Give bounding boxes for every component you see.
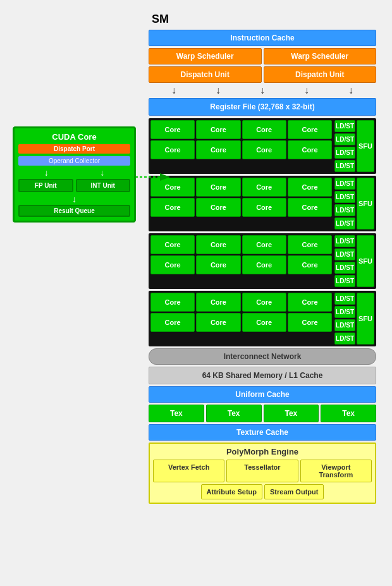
- ldst-col-3: LD/ST LD/ST LD/ST LD/ST: [334, 235, 355, 287]
- arrow-down-left: ↓: [44, 168, 49, 178]
- core-section-2: Core Core Core Core Core Core Core Core …: [149, 176, 376, 231]
- fp-unit: FP Unit: [18, 179, 73, 192]
- cuda-core-title: CUDA Core: [18, 132, 130, 142]
- core-2-8: Core: [288, 198, 332, 217]
- ldst-2-3: LD/ST: [334, 204, 355, 216]
- core-3-5: Core: [150, 255, 195, 274]
- core-section-3: Core Core Core Core Core Core Core Core …: [149, 233, 376, 289]
- core-2-7: Core: [242, 198, 286, 217]
- section-inner-2: Core Core Core Core Core Core Core Core …: [150, 178, 374, 229]
- cuda-arrows-row: ↓ ↓: [18, 168, 130, 178]
- shared-memory: 64 KB Shared Memory / L1 Cache: [149, 367, 376, 384]
- core-3-3: Core: [242, 235, 286, 254]
- arrow5: ↓: [348, 85, 353, 96]
- tex-3: Tex: [264, 405, 319, 422]
- warp-scheduler-1: Warp Scheduler: [149, 48, 262, 64]
- core-1-8: Core: [288, 140, 332, 159]
- section-inner-3: Core Core Core Core Core Core Core Core …: [150, 235, 374, 287]
- dispatch-unit-row: Dispatch Unit Dispatch Unit: [149, 66, 376, 83]
- dispatch-unit-2: Dispatch Unit: [264, 66, 377, 83]
- arrows-row: ↓ ↓ ↓ ↓ ↓: [149, 85, 376, 96]
- core-2-4: Core: [288, 178, 332, 197]
- tessellator: Tessellator: [226, 460, 298, 482]
- register-file: Register File (32,768 x 32-bit): [149, 98, 376, 116]
- tex-2: Tex: [206, 405, 262, 422]
- tex-1: Tex: [149, 405, 204, 422]
- tex-row: Tex Tex Tex Tex: [149, 405, 376, 422]
- core-4-6: Core: [196, 313, 240, 332]
- core-3-7: Core: [242, 255, 286, 274]
- core-4-7: Core: [242, 313, 286, 332]
- core-3-1: Core: [150, 235, 195, 254]
- core-4-8: Core: [288, 313, 332, 332]
- core-2-3: Core: [242, 178, 286, 197]
- section-inner-4: Core Core Core Core Core Core Core Core …: [150, 293, 374, 345]
- arrow2: ↓: [216, 85, 221, 96]
- uniform-cache: Uniform Cache: [149, 386, 376, 403]
- arrow1: ↓: [171, 85, 176, 96]
- arrow3: ↓: [260, 85, 265, 96]
- core-3-8: Core: [288, 255, 332, 274]
- ldst-col-1: LD/ST LD/ST LD/ST LD/ST: [334, 120, 355, 172]
- core-4-1: Core: [150, 293, 195, 312]
- ldst-1-4: LD/ST: [334, 160, 355, 172]
- cores-col-3: Core Core Core Core Core Core Core Core: [150, 235, 332, 287]
- ldst-1-3: LD/ST: [334, 147, 355, 159]
- warp-scheduler-row: Warp Scheduler Warp Scheduler: [149, 48, 376, 64]
- ldst-4-1: LD/ST: [334, 293, 355, 305]
- section-inner-1: Core Core Core Core Core Core Core Core …: [150, 120, 374, 172]
- ldst-4-3: LD/ST: [334, 319, 355, 331]
- core-row-3a: Core Core Core Core: [150, 235, 332, 254]
- ldst-3-4: LD/ST: [334, 275, 355, 287]
- ldst-4-4: LD/ST: [334, 333, 355, 345]
- ldst-2-1: LD/ST: [334, 178, 355, 190]
- cuda-result-arrow: ↓: [18, 194, 130, 204]
- ldst-3-3: LD/ST: [334, 262, 355, 274]
- warp-scheduler-2: Warp Scheduler: [264, 48, 377, 64]
- ldst-4-2: LD/ST: [334, 306, 355, 318]
- vertex-fetch: Vertex Fetch: [153, 460, 224, 482]
- ldst-sfu-right-2: LD/ST LD/ST LD/ST LD/ST SFU: [334, 178, 374, 229]
- page-container: CUDA Core Dispatch Port Operand Collecto…: [13, 13, 379, 582]
- polymorph-row1: Vertex Fetch Tessellator Viewport Transf…: [153, 460, 372, 482]
- core-section-1: Core Core Core Core Core Core Core Core …: [149, 118, 376, 174]
- core-1-2: Core: [196, 120, 240, 139]
- core-row-4b: Core Core Core Core: [150, 313, 332, 332]
- core-3-2: Core: [196, 235, 240, 254]
- ldst-3-1: LD/ST: [334, 235, 355, 247]
- polymorph-row2: Attribute Setup Stream Output: [153, 484, 372, 499]
- ldst-sfu-right-4: LD/ST LD/ST LD/ST LD/ST SFU: [334, 293, 374, 345]
- dispatch-unit-1: Dispatch Unit: [149, 66, 262, 83]
- core-2-6: Core: [196, 198, 240, 217]
- core-3-6: Core: [196, 255, 240, 274]
- cuda-core-box: CUDA Core Dispatch Port Operand Collecto…: [13, 126, 136, 223]
- ldst-sfu-right-1: LD/ST LD/ST LD/ST LD/ST SFU: [334, 120, 374, 172]
- core-2-2: Core: [196, 178, 240, 197]
- polymorph-title: PolyMorph Engine: [153, 447, 372, 456]
- tex-4: Tex: [321, 405, 376, 422]
- cuda-result-queue: Result Queue: [18, 205, 130, 217]
- ldst-col-2: LD/ST LD/ST LD/ST LD/ST: [334, 178, 355, 229]
- ldst-col-4: LD/ST LD/ST LD/ST LD/ST: [334, 293, 355, 345]
- cores-col-4: Core Core Core Core Core Core Core Core: [150, 293, 332, 345]
- viewport-transform: Viewport Transform: [300, 460, 372, 482]
- cuda-units-row: FP Unit INT Unit: [18, 179, 130, 192]
- sfu-4: SFU: [357, 293, 374, 345]
- core-1-6: Core: [196, 140, 240, 159]
- instruction-cache: Instruction Cache: [149, 30, 376, 46]
- stream-output: Stream Output: [264, 484, 324, 499]
- texture-cache: Texture Cache: [149, 424, 376, 441]
- core-3-4: Core: [288, 235, 332, 254]
- sm-panel: SM Instruction Cache Warp Scheduler Warp…: [149, 13, 376, 504]
- sfu-1: SFU: [357, 120, 374, 172]
- core-row-4a: Core Core Core Core: [150, 293, 332, 312]
- ldst-2-2: LD/ST: [334, 191, 355, 203]
- core-4-2: Core: [196, 293, 240, 312]
- core-4-3: Core: [242, 293, 286, 312]
- attribute-setup: Attribute Setup: [201, 484, 262, 499]
- core-1-7: Core: [242, 140, 286, 159]
- core-1-3: Core: [242, 120, 286, 139]
- cuda-arrow-overlay: [135, 136, 180, 218]
- arrow4: ↓: [304, 85, 309, 96]
- ldst-2-4: LD/ST: [334, 217, 355, 229]
